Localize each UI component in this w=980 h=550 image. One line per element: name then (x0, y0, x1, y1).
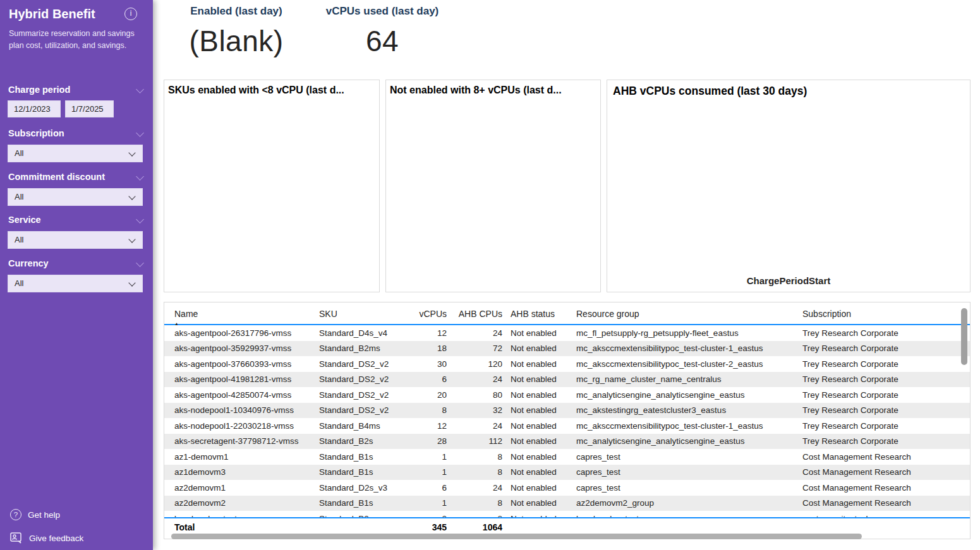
charge-period-end-input[interactable]: 1/7/2025 (65, 100, 114, 117)
column-header-sku[interactable]: SKU (319, 308, 406, 319)
table-total-row: Total 345 1064 (164, 520, 970, 535)
table-row[interactable]: aks-agentpool-35929937-vmss Standard_B2m… (164, 341, 970, 357)
table-row[interactable]: aks-nodepool1-22030218-vmss Standard_B4m… (164, 418, 970, 434)
service-dropdown-value: All (15, 235, 23, 244)
table-row[interactable]: aks-agentpool-26317796-vmss Standard_D4s… (164, 325, 970, 341)
commitment-discount-dropdown-value: All (15, 192, 23, 201)
chevron-down-icon (128, 149, 135, 156)
chart-skus-enabled-card[interactable]: SKUs enabled with <8 vCPU (last d... (164, 80, 380, 292)
subscription-dropdown[interactable]: All (8, 145, 143, 162)
currency-filter-label: Currency (8, 258, 49, 268)
sort-ascending-icon: ▲ (174, 321, 179, 326)
column-header-ahb-cpus[interactable]: AHB CPUs (447, 308, 502, 319)
table-row[interactable]: aks-agentpool-42850074-vmss Standard_DS2… (164, 387, 970, 403)
total-vcpus: 345 (406, 522, 447, 532)
service-dropdown[interactable]: All (8, 231, 143, 249)
chart-not-enabled-card[interactable]: Not enabled with 8+ vCPUs (last d... (385, 80, 601, 292)
feedback-icon (10, 532, 23, 544)
x-axis-label: ChargePeriodStart (607, 275, 970, 286)
column-header-ahb-status[interactable]: AHB status (502, 308, 576, 319)
service-filter-label: Service (8, 215, 41, 225)
total-label: Total (164, 522, 319, 532)
table-row[interactable]: az2demovm2 Standard_B1s 1 8 Not enabled … (164, 496, 970, 511)
give-feedback-link[interactable]: Give feedback (10, 532, 83, 544)
column-header-resource-group[interactable]: Resource group (576, 308, 802, 319)
chevron-down-icon (128, 279, 135, 286)
charge-period-label: Charge period (8, 85, 70, 95)
chevron-down-icon[interactable] (136, 85, 144, 93)
kpi-enabled-card: Enabled (last day) (Blank) (164, 5, 309, 58)
subscription-dropdown-value: All (15, 148, 23, 158)
charge-period-start-input[interactable]: 12/1/2023 (8, 100, 61, 117)
get-help-link[interactable]: ? Get help (10, 509, 60, 520)
chevron-down-icon[interactable] (136, 129, 144, 137)
total-ahb-cpus: 1064 (447, 522, 502, 532)
table-row[interactable]: aks-secretagent-37798712-vmss Standard_B… (164, 434, 970, 450)
chevron-down-icon (128, 193, 135, 200)
commitment-discount-dropdown[interactable]: All (8, 188, 143, 206)
column-header-subscription[interactable]: Subscription (802, 308, 970, 319)
chevron-down-icon[interactable] (136, 172, 144, 181)
chart-ahb-vcpus-consumed-card[interactable]: AHB vCPUs consumed (last 30 days) Charge… (607, 80, 971, 292)
table-row[interactable]: aks-agentpool-37660393-vmss Standard_DS2… (164, 356, 970, 372)
app-description: Summarize reservation and savings plan c… (9, 28, 139, 52)
vertical-scrollbar[interactable] (961, 308, 967, 365)
kpi-vcpus-used-value: 64 (310, 24, 455, 58)
horizontal-scrollbar[interactable] (171, 534, 862, 539)
chart-skus-enabled-title: SKUs enabled with <8 vCPU (last d... (164, 80, 379, 96)
kpi-vcpus-used-label: vCPUs used (last day) (310, 5, 455, 18)
column-header-name[interactable]: Name ▲ (164, 308, 319, 319)
chart-ahb-vcpus-consumed-title: AHB vCPUs consumed (last 30 days) (607, 80, 970, 98)
column-header-vcpus[interactable]: vCPUs (406, 308, 447, 319)
table-row[interactable]: az2demovm1 Standard_D2s_v3 6 24 Not enab… (164, 480, 970, 496)
table-row[interactable]: bandersdocstest Standard_B2ms 2 8 Not en… (164, 511, 970, 518)
table-row[interactable]: aks-nodepool1-10340976-vmss Standard_DS2… (164, 403, 970, 419)
info-icon[interactable]: i (124, 8, 137, 20)
chevron-down-icon[interactable] (136, 259, 144, 267)
filter-sidebar: Hybrid Benefit i Summarize reservation a… (0, 0, 153, 550)
app-title: Hybrid Benefit (9, 7, 95, 21)
table-body: aks-agentpool-26317796-vmss Standard_D4s… (164, 325, 970, 518)
chevron-down-icon (128, 236, 135, 242)
table-row[interactable]: aks-agentpool-41981281-vmss Standard_DS2… (164, 372, 970, 388)
subscription-filter-label: Subscription (8, 128, 64, 138)
kpi-enabled-value: (Blank) (164, 24, 309, 58)
table-header: Name ▲ SKU vCPUs AHB CPUs AHB status Res… (164, 302, 970, 325)
chevron-down-icon[interactable] (136, 215, 144, 224)
help-circle-icon: ? (10, 509, 21, 520)
table-row[interactable]: az1-demovm1 Standard_B1s 1 8 Not enabled… (164, 449, 970, 465)
chart-not-enabled-title: Not enabled with 8+ vCPUs (last d... (386, 80, 600, 96)
table-row[interactable]: az1demovm3 Standard_B1s 1 8 Not enabled … (164, 465, 970, 481)
vm-table-card: Name ▲ SKU vCPUs AHB CPUs AHB status Res… (164, 302, 971, 539)
kpi-vcpus-used-card: vCPUs used (last day) 64 (310, 5, 455, 58)
kpi-enabled-label: Enabled (last day) (164, 5, 309, 18)
currency-dropdown[interactable]: All (8, 275, 143, 292)
get-help-label: Get help (28, 510, 60, 520)
currency-dropdown-value: All (15, 278, 23, 288)
give-feedback-label: Give feedback (29, 534, 83, 543)
commitment-discount-filter-label: Commitment discount (8, 172, 105, 182)
